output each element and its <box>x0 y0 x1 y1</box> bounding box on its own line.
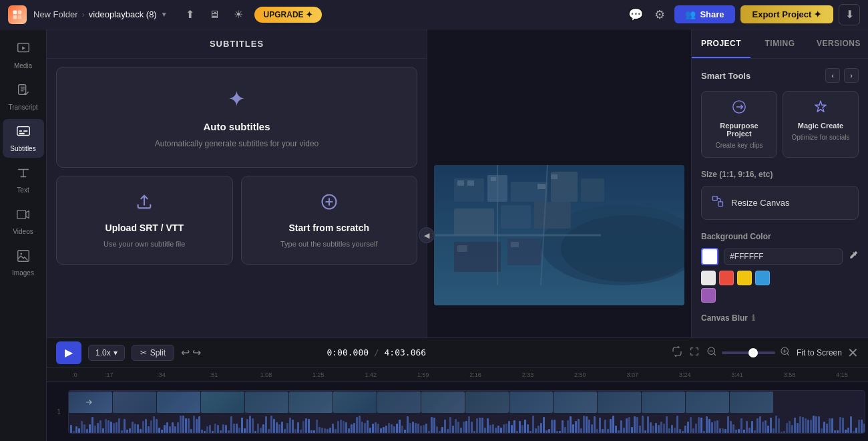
ruler-mark: 3:24 <box>658 372 710 378</box>
sidebar-item-media[interactable]: Media <box>3 36 44 75</box>
topbar-right: 💬 ⚙ 👥 Share Export Project ✦ ⬇ <box>626 4 860 25</box>
zoom-out-button[interactable] <box>706 345 718 360</box>
project-dropdown-icon[interactable]: ▼ <box>161 11 168 18</box>
upgrade-button[interactable]: UPGRADE ✦ <box>254 7 322 23</box>
undo-redo-group: ↩ ↪ <box>181 346 201 359</box>
color-preset-white[interactable] <box>701 271 716 285</box>
fit-screen-label: Fit to Screen <box>797 348 842 357</box>
upload-srt-desc: Use your own subtitle file <box>103 240 185 248</box>
repurpose-project-card[interactable]: Repurpose Project Create key clips <box>701 91 777 158</box>
tab-timing[interactable]: TIMING <box>750 29 809 58</box>
desktop-icon-btn[interactable]: 🖥 <box>205 5 224 24</box>
sidebar-item-text[interactable]: Text <box>3 160 44 199</box>
thumb-segment <box>245 392 288 413</box>
start-from-scratch-card[interactable]: Start from scratch Type out the subtitle… <box>241 176 418 265</box>
fit-to-screen-button[interactable]: Fit to Screen <box>797 348 842 357</box>
thumb-segment <box>333 392 377 413</box>
settings-button[interactable]: ⚙ <box>650 5 669 24</box>
tab-versions[interactable]: VERSIONS <box>809 29 868 58</box>
color-preset-purple[interactable] <box>701 288 716 303</box>
thumb-segment <box>465 392 509 413</box>
close-timeline-button[interactable]: ✕ <box>847 345 859 361</box>
right-tabs: PROJECT TIMING VERSIONS <box>692 29 868 59</box>
color-preset-red[interactable] <box>719 271 734 285</box>
eyedropper-button[interactable] <box>848 250 859 263</box>
color-swatch-white[interactable] <box>701 248 718 265</box>
topbar: New Folder › videoplayback (8) ▼ ⬆ 🖥 ☀ U… <box>0 0 868 29</box>
ruler-mark: 2:50 <box>554 372 606 378</box>
time-display: 0:00.000 / 4:03.066 <box>327 347 426 357</box>
upload-srt-card[interactable]: Upload SRT / VTT Use your own subtitle f… <box>56 176 233 265</box>
resize-canvas-button[interactable]: Resize Canvas <box>701 186 859 220</box>
speed-button[interactable]: 1.0x ▾ <box>88 345 125 361</box>
ruler-mark: 4:15 <box>816 372 868 378</box>
svg-rect-3 <box>18 15 22 19</box>
color-hex-input[interactable]: #FFFFFF <box>724 249 843 265</box>
magic-create-card[interactable]: Magic Create Optimize for socials <box>783 91 859 158</box>
color-preset-blue[interactable] <box>755 271 770 285</box>
svg-rect-10 <box>17 210 25 219</box>
media-label: Media <box>14 62 32 69</box>
share-icon-btn[interactable]: ⬆ <box>181 5 200 24</box>
fit-to-frame-button[interactable] <box>688 345 700 360</box>
size-section-label: Size (1:1, 9:16, etc) <box>701 170 859 179</box>
thumb-segment <box>377 392 421 413</box>
comment-button[interactable]: 💬 <box>626 5 645 24</box>
track-content[interactable] <box>68 390 865 434</box>
split-label: Split <box>150 348 166 357</box>
svg-rect-34 <box>551 174 558 179</box>
resize-icon <box>711 194 724 211</box>
download-button[interactable]: ⬇ <box>839 4 860 25</box>
bg-color-section: Background Color #FFFFFF <box>701 232 859 303</box>
thumb-segment <box>113 392 156 413</box>
share-button[interactable]: 👥 Share <box>674 5 734 23</box>
nav-prev-button[interactable]: ‹ <box>825 68 840 83</box>
svg-rect-9 <box>19 133 24 134</box>
sidebar-item-transcript[interactable]: Transcript <box>3 78 44 116</box>
export-button[interactable]: Export Project ✦ <box>740 5 833 23</box>
svg-point-12 <box>20 253 22 255</box>
ruler-mark: 3:41 <box>711 372 763 378</box>
sidebar-item-subtitles[interactable]: Subtitles <box>3 119 44 158</box>
zoom-in-button[interactable] <box>779 345 791 360</box>
text-label: Text <box>17 186 29 194</box>
split-button[interactable]: ✂ Split <box>132 345 174 361</box>
color-row: #FFFFFF <box>701 248 859 265</box>
repurpose-name: Repurpose Project <box>708 122 770 138</box>
topbar-actions: ⬆ 🖥 ☀ <box>181 5 248 24</box>
ruler-mark: 1:42 <box>345 372 397 378</box>
auto-subtitles-card[interactable]: ✦ Auto subtitles Automatically generate … <box>56 67 417 168</box>
auto-subtitle-title: Auto subtitles <box>204 121 270 132</box>
loop-button[interactable] <box>671 345 683 360</box>
plus-icon <box>320 192 339 216</box>
brightness-icon-btn[interactable]: ☀ <box>229 5 248 24</box>
thumb-segment <box>289 392 333 413</box>
ruler-mark: :34 <box>135 372 187 378</box>
svg-rect-37 <box>713 196 718 201</box>
undo-button[interactable]: ↩ <box>181 346 190 359</box>
sidebar-item-videos[interactable]: Videos <box>3 202 44 241</box>
folder-name[interactable]: New Folder <box>33 9 77 19</box>
nav-next-button[interactable]: › <box>844 68 859 83</box>
current-time: 0:00.000 <box>327 347 369 357</box>
zoom-slider[interactable] <box>722 351 775 354</box>
ruler-mark: 1:25 <box>292 372 345 378</box>
svg-rect-0 <box>13 10 17 14</box>
canvas-blur-label: Canvas Blur <box>701 313 748 323</box>
project-name[interactable]: videoplayback (8) <box>89 9 157 19</box>
play-button[interactable]: ▶ <box>56 341 81 364</box>
ruler-mark: 3:07 <box>606 372 658 378</box>
color-preset-yellow[interactable] <box>737 271 752 285</box>
info-icon: ℹ <box>752 313 755 323</box>
tab-project[interactable]: PROJECT <box>692 29 750 58</box>
size-label: Size (1:1, 9:16, etc) <box>701 170 773 179</box>
collapse-panel-button[interactable]: ◀ <box>419 227 435 243</box>
subtitles-icon <box>16 124 31 142</box>
total-time: 4:03.066 <box>385 347 427 357</box>
canvas-blur-header: Canvas Blur ℹ <box>701 313 859 323</box>
sidebar-item-images[interactable]: Images <box>3 243 44 282</box>
svg-rect-31 <box>467 180 474 186</box>
redo-button[interactable]: ↪ <box>192 346 201 359</box>
thumb-segment <box>686 392 729 413</box>
images-label: Images <box>12 269 34 277</box>
